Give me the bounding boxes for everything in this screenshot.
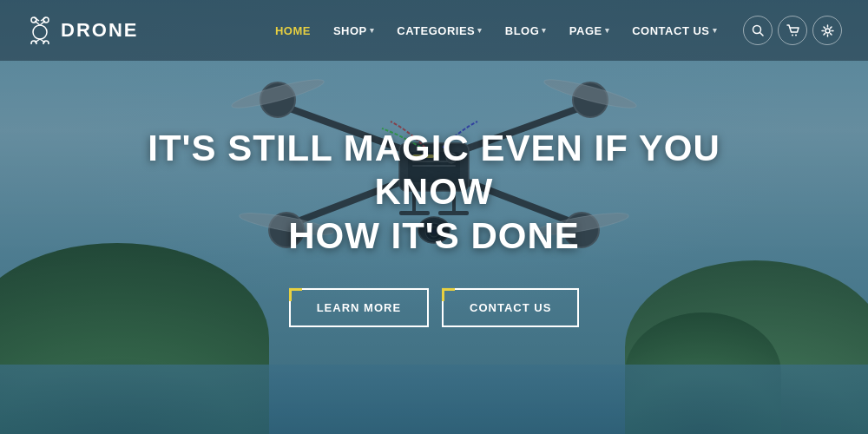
hero-content: IT'S STILL MAGIC EVEN IF YOU KNOW HOW IT… (87, 127, 781, 327)
nav-link-page[interactable]: PAGE ▾ (561, 19, 618, 43)
navbar: DRONE HOME SHOP ▾ CATEGORIES ▾ (0, 0, 868, 61)
svg-point-40 (795, 35, 797, 36)
search-icon (752, 24, 764, 36)
chevron-down-icon: ▾ (713, 26, 718, 35)
nav-link-blog[interactable]: BLOG ▾ (496, 19, 556, 43)
chevron-down-icon: ▾ (477, 26, 483, 35)
nav-item-home[interactable]: HOME (266, 19, 319, 43)
nav-item-contact[interactable]: CONTACT US ▾ (623, 19, 726, 43)
nav-item-blog[interactable]: BLOG ▾ (496, 19, 556, 43)
settings-icon (821, 24, 834, 37)
logo[interactable]: DRONE (26, 16, 138, 44)
nav-item-shop[interactable]: SHOP ▾ (325, 19, 383, 43)
cart-icon (786, 24, 799, 36)
search-button[interactable] (743, 16, 773, 45)
hero-section: DRONE HOME SHOP ▾ CATEGORIES ▾ (0, 0, 868, 434)
svg-line-38 (760, 33, 764, 36)
nav-link-contact[interactable]: CONTACT US ▾ (623, 19, 726, 43)
chevron-down-icon: ▾ (370, 26, 375, 35)
svg-point-39 (792, 35, 793, 36)
hero-title: IT'S STILL MAGIC EVEN IF YOU KNOW HOW IT… (87, 127, 781, 258)
contact-us-button[interactable]: CONTACT US (442, 288, 579, 327)
svg-point-41 (825, 29, 830, 33)
svg-point-26 (33, 25, 47, 39)
nav-link-categories[interactable]: CATEGORIES ▾ (388, 19, 491, 43)
nav-link-shop[interactable]: SHOP ▾ (325, 19, 383, 43)
logo-text: DRONE (61, 19, 138, 42)
nav-item-page[interactable]: PAGE ▾ (561, 19, 618, 43)
svg-point-32 (31, 41, 36, 44)
nav-icon-group (743, 16, 842, 45)
hero-buttons: LEARN MORE CONTACT US (87, 288, 781, 327)
nav-links: HOME SHOP ▾ CATEGORIES ▾ BLOG ▾ (266, 19, 726, 43)
nav-link-home[interactable]: HOME (266, 19, 319, 43)
settings-button[interactable] (812, 16, 842, 45)
svg-point-34 (43, 41, 49, 44)
cart-button[interactable] (778, 16, 807, 45)
nav-item-categories[interactable]: CATEGORIES ▾ (388, 19, 491, 43)
logo-icon (26, 16, 54, 44)
chevron-down-icon: ▾ (542, 26, 547, 35)
chevron-down-icon: ▾ (605, 26, 610, 35)
learn-more-button[interactable]: LEARN MORE (289, 288, 429, 327)
